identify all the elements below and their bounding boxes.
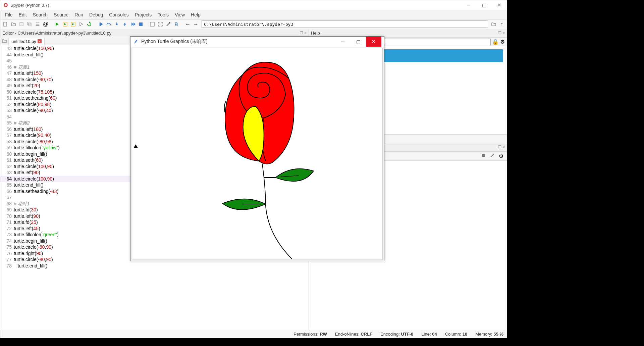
clear-console-icon[interactable] (490, 153, 496, 159)
window-title: Spyder (Python 3.7) (10, 3, 49, 8)
close-pane-icon[interactable]: × (305, 31, 307, 35)
nav-back-icon[interactable]: ← (184, 20, 192, 28)
list-icon[interactable] (34, 20, 41, 28)
status-permissions: Permissions: RW (293, 332, 327, 337)
turtle-canvas (132, 48, 383, 259)
nav-forward-icon[interactable]: → (192, 20, 200, 28)
menu-edit[interactable]: Edit (16, 11, 30, 18)
turtle-window[interactable]: Python Turtle Graphics (未响应) ─ ▢ ✕ (130, 36, 384, 261)
close-button[interactable]: ✕ (495, 2, 504, 8)
open-file-icon[interactable] (10, 20, 17, 28)
turtle-window-title: Python Turtle Graphics (未响应) (141, 39, 208, 45)
internet-icon[interactable]: @ (42, 20, 49, 28)
browse-dir-icon[interactable] (490, 20, 497, 28)
new-file-icon[interactable] (2, 20, 9, 28)
menu-run[interactable]: Run (72, 11, 86, 18)
svg-rect-9 (150, 22, 154, 26)
status-column: Column: 18 (445, 332, 468, 337)
editor-tab[interactable]: untitled10.py × (8, 38, 45, 45)
menu-view[interactable]: View (172, 11, 187, 18)
save-icon[interactable] (18, 20, 25, 28)
menu-search[interactable]: Search (30, 11, 50, 18)
undock-icon[interactable]: ❐ (498, 145, 501, 149)
working-dir-input[interactable] (202, 20, 488, 28)
stop-debug-icon[interactable] (137, 20, 145, 28)
menu-debug[interactable]: Debug (87, 11, 106, 18)
svg-rect-5 (29, 23, 31, 26)
debug-start-icon[interactable] (97, 20, 104, 28)
svg-rect-8 (139, 22, 143, 26)
fullscreen-icon[interactable] (157, 20, 164, 28)
maximize-button[interactable]: ▢ (479, 2, 489, 8)
turtle-maximize-button[interactable]: ▢ (351, 37, 366, 47)
menu-source[interactable]: Source (51, 11, 71, 18)
menu-projects[interactable]: Projects (132, 11, 155, 18)
python-feather-icon (133, 39, 139, 44)
run-cell-icon[interactable] (61, 20, 69, 28)
svg-rect-10 (482, 154, 485, 157)
menu-consoles[interactable]: Consoles (106, 11, 131, 18)
run-icon[interactable] (53, 20, 61, 28)
preferences-icon[interactable] (165, 20, 172, 28)
stop-kernel-icon[interactable] (481, 153, 487, 159)
run-cell-advance-icon[interactable] (69, 20, 77, 28)
file-browser-icon[interactable] (2, 38, 8, 44)
undock-icon[interactable]: ❐ (300, 31, 303, 35)
menu-help[interactable]: Help (188, 11, 203, 18)
save-all-icon[interactable] (26, 20, 33, 28)
menu-bar: File Edit Search Source Run Debug Consol… (0, 10, 507, 19)
close-pane-icon[interactable]: × (503, 145, 505, 149)
undock-icon[interactable]: ❐ (498, 31, 501, 35)
code-line[interactable]: 78 turtle.end_fill() (0, 263, 309, 269)
tab-close-icon[interactable]: × (38, 39, 42, 43)
turtle-close-button[interactable]: ✕ (366, 37, 381, 47)
options-icon[interactable]: ⚙ (499, 153, 505, 159)
turtle-minimize-button[interactable]: ─ (335, 37, 351, 47)
close-pane-icon[interactable]: × (503, 31, 505, 35)
step-out-icon[interactable] (121, 20, 128, 28)
status-memory: Memory: 55 % (475, 332, 503, 337)
svg-rect-2 (4, 22, 7, 26)
spyder-icon (3, 2, 8, 8)
menu-file[interactable]: File (2, 11, 15, 18)
python-path-icon[interactable] (173, 20, 180, 28)
svg-rect-3 (20, 22, 23, 26)
menu-tools[interactable]: Tools (155, 11, 171, 18)
status-line: Line: 64 (421, 332, 437, 337)
main-toolbar: @ ← → ↑ (0, 19, 507, 29)
svg-rect-4 (28, 22, 30, 25)
maximize-pane-icon[interactable] (149, 20, 156, 28)
title-bar[interactable]: Spyder (Python 3.7) ─ ▢ ✕ (0, 0, 507, 10)
continue-icon[interactable] (129, 20, 137, 28)
rerun-icon[interactable] (86, 20, 93, 28)
status-eol: End-of-lines: CRLF (335, 332, 372, 337)
turtle-title-bar[interactable]: Python Turtle Graphics (未响应) ─ ▢ ✕ (130, 37, 384, 47)
run-selection-icon[interactable] (77, 20, 85, 28)
step-into-icon[interactable] (113, 20, 120, 28)
svg-point-1 (5, 4, 7, 6)
status-bar: Permissions: RW End-of-lines: CRLF Encod… (0, 330, 507, 338)
step-over-icon[interactable] (105, 20, 112, 28)
lock-icon[interactable]: 🔒 (492, 39, 499, 45)
gear-icon[interactable]: ⚙ (500, 39, 505, 45)
minimize-button[interactable]: ─ (464, 2, 473, 8)
parent-dir-icon[interactable]: ↑ (498, 20, 505, 28)
tab-label: untitled10.py (11, 39, 36, 44)
status-encoding: Encoding: UTF-8 (380, 332, 413, 337)
